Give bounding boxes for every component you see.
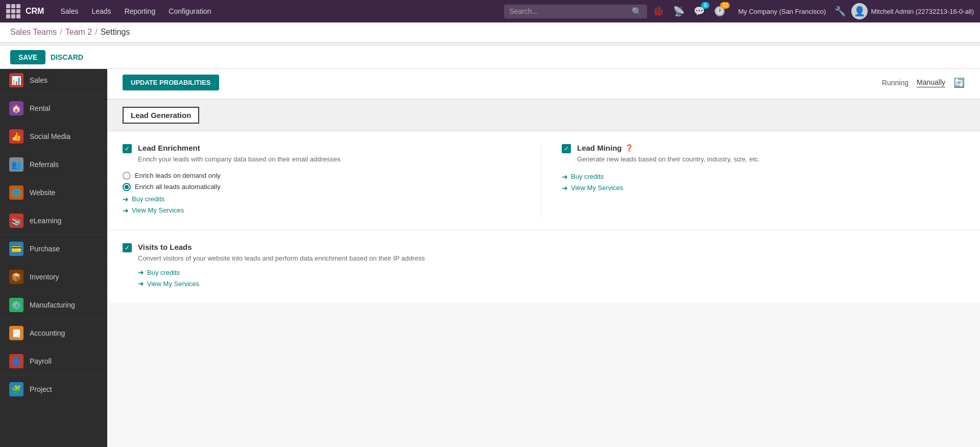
prob-running-label: Running xyxy=(882,79,909,87)
sidebar-item-purchase[interactable]: 💳 Purchase xyxy=(0,235,107,263)
visits-buy-credits-link[interactable]: Buy credits xyxy=(147,269,180,276)
breadcrumb-team2[interactable]: Team 2 xyxy=(65,28,92,37)
breadcrumb-current: Settings xyxy=(101,28,130,37)
radio-auto-inner xyxy=(125,185,129,189)
sidebar-item-elearning[interactable]: 📚 eLearning xyxy=(0,207,107,235)
activity-icon[interactable]: 🕐 32 xyxy=(711,3,728,19)
arrow-visits-view-services-icon: ➜ xyxy=(138,279,144,288)
inventory-icon: 📦 xyxy=(9,270,23,284)
brand-label[interactable]: CRM xyxy=(26,7,44,16)
payroll-icon: 👤 xyxy=(9,354,23,368)
sidebar-item-manufacturing[interactable]: ⚙️ Manufacturing xyxy=(0,291,107,319)
prob-manually-label[interactable]: Manually xyxy=(917,78,945,87)
discard-button[interactable]: DISCARD xyxy=(51,53,83,61)
visits-to-leads-row: ✓ Visits to Leads Convert visitors of yo… xyxy=(123,243,965,291)
visits-to-leads-desc: Convert visitors of your website into le… xyxy=(138,253,425,264)
channel-icon[interactable]: 📡 xyxy=(671,3,687,19)
search-bar[interactable]: 🔍 xyxy=(504,5,647,18)
sidebar-label-payroll: Payroll xyxy=(30,357,52,365)
lead-enrichment-view-services-link[interactable]: View My Services xyxy=(132,206,184,214)
lead-mining-desc: Generate new leads based on their countr… xyxy=(577,154,760,164)
nav-sales[interactable]: Sales xyxy=(55,5,83,17)
nav-reporting[interactable]: Reporting xyxy=(119,5,161,17)
arrow-buy-credits-icon: ➜ xyxy=(123,195,129,203)
bug-icon[interactable]: 🐞 xyxy=(650,3,666,19)
visits-to-leads-content: Visits to Leads Convert visitors of your… xyxy=(138,243,425,291)
sidebar-label-referrals: Referrals xyxy=(30,160,59,169)
sidebar-label-elearning: eLearning xyxy=(30,217,61,225)
sidebar-item-referrals[interactable]: 👥 Referrals xyxy=(0,151,107,179)
settings-wrench-icon[interactable]: 🔧 xyxy=(832,3,848,19)
sidebar-label-manufacturing: Manufacturing xyxy=(30,301,75,309)
messages-badge: 6 xyxy=(701,2,709,9)
lead-mining-content: Lead Mining ❓ Generate new leads based o… xyxy=(577,144,760,164)
lead-enrichment-checkbox[interactable]: ✓ xyxy=(123,144,132,153)
main-layout: 📊 Sales 🏠 Rental 👍 Social Media 👥 Referr… xyxy=(0,66,980,447)
sidebar-label-website: Website xyxy=(30,189,55,197)
nav-leads[interactable]: Leads xyxy=(86,5,116,17)
main-content: UPDATE PROBABILITIES Running Manually 🔄 … xyxy=(107,66,980,447)
breadcrumb: Sales Teams / Team 2 / Settings xyxy=(0,22,980,42)
radio-auto-label: Enrich all leads automatically xyxy=(135,183,221,191)
sidebar-item-project[interactable]: 🧩 Project xyxy=(0,375,107,404)
visits-view-services-link[interactable]: View My Services xyxy=(147,280,199,288)
top-navigation: CRM Sales Leads Reporting Configuration … xyxy=(0,0,980,22)
save-button[interactable]: SAVE xyxy=(10,50,45,64)
lead-mining-view-services-row: ➜ View My Services xyxy=(562,184,965,192)
user-name[interactable]: Mitchell Admin (22732213-16-0-all) xyxy=(871,8,974,15)
lead-mining-checkbox[interactable]: ✓ xyxy=(562,144,571,153)
arrow-visits-buy-credits-icon: ➜ xyxy=(138,268,144,276)
search-icon[interactable]: 🔍 xyxy=(632,7,642,16)
sidebar-item-sales[interactable]: 📊 Sales xyxy=(0,66,107,95)
radio-auto-button[interactable] xyxy=(123,183,131,191)
accounting-icon: 🧾 xyxy=(9,326,23,340)
breadcrumb-sep1: / xyxy=(60,28,62,37)
radio-on-demand[interactable]: Enrich leads on demand only xyxy=(123,172,525,180)
visits-view-services-row: ➜ View My Services xyxy=(138,279,425,288)
sidebar-item-social-media[interactable]: 👍 Social Media xyxy=(0,123,107,151)
visits-to-leads-checkbox[interactable]: ✓ xyxy=(123,243,132,252)
nav-configuration[interactable]: Configuration xyxy=(163,5,216,17)
sidebar-item-rental[interactable]: 🏠 Rental xyxy=(0,95,107,123)
breadcrumb-sep2: / xyxy=(95,28,97,37)
probabilities-bar: UPDATE PROBABILITIES Running Manually 🔄 xyxy=(107,66,980,99)
breadcrumb-sales-teams[interactable]: Sales Teams xyxy=(10,28,57,37)
radio-on-demand-button[interactable] xyxy=(123,172,131,180)
radio-auto[interactable]: Enrich all leads automatically xyxy=(123,183,525,191)
lead-generation-title: Lead Generation xyxy=(123,107,199,124)
arrow-view-services-icon: ➜ xyxy=(123,206,129,215)
lead-mining-help-icon[interactable]: ❓ xyxy=(625,144,633,152)
messages-icon[interactable]: 💬 6 xyxy=(691,3,707,19)
update-probabilities-button[interactable]: UPDATE PROBABILITIES xyxy=(123,75,219,90)
sidebar-item-website[interactable]: 🌐 Website xyxy=(0,179,107,207)
manufacturing-icon: ⚙️ xyxy=(9,298,23,312)
sidebar-label-project: Project xyxy=(30,385,52,393)
lead-mining-view-services-link[interactable]: View My Services xyxy=(571,184,623,192)
lead-mining-title: Lead Mining ❓ xyxy=(577,144,760,152)
lead-enrichment-mining-panels: ✓ Lead Enrichment Enrich your leads with… xyxy=(107,131,980,230)
lead-enrichment-buy-credits-link[interactable]: Buy credits xyxy=(132,195,164,203)
search-input[interactable] xyxy=(509,7,632,15)
sidebar-item-accounting[interactable]: 🧾 Accounting xyxy=(0,319,107,347)
project-icon: 🧩 xyxy=(9,382,23,396)
refresh-icon[interactable]: 🔄 xyxy=(953,77,965,88)
lead-mining-buy-credits-link[interactable]: Buy credits xyxy=(571,173,604,180)
arrow-mining-view-services-icon: ➜ xyxy=(562,184,568,192)
visits-to-leads-panel: ✓ Visits to Leads Convert visitors of yo… xyxy=(107,230,980,303)
action-bar: SAVE DISCARD xyxy=(0,46,980,69)
sidebar-label-rental: Rental xyxy=(30,104,50,112)
user-avatar[interactable]: 👤 xyxy=(851,3,868,19)
lead-enrichment-panel: ✓ Lead Enrichment Enrich your leads with… xyxy=(123,144,541,218)
lead-mining-buy-credits-row: ➜ Buy credits xyxy=(562,173,965,181)
lead-enrichment-radio-group: Enrich leads on demand only Enrich all l… xyxy=(123,172,525,191)
arrow-mining-buy-credits-icon: ➜ xyxy=(562,173,568,181)
apps-menu-icon[interactable] xyxy=(6,4,20,18)
lead-enrichment-buy-credits-row: ➜ Buy credits xyxy=(123,195,525,203)
lead-enrichment-header-row: ✓ Lead Enrichment Enrich your leads with… xyxy=(123,144,525,164)
activity-badge: 32 xyxy=(720,2,730,9)
sidebar-item-inventory[interactable]: 📦 Inventory xyxy=(0,263,107,291)
website-icon: 🌐 xyxy=(9,185,23,200)
social-media-icon: 👍 xyxy=(9,129,23,144)
sales-icon: 📊 xyxy=(9,73,23,87)
sidebar-item-payroll[interactable]: 👤 Payroll xyxy=(0,347,107,375)
